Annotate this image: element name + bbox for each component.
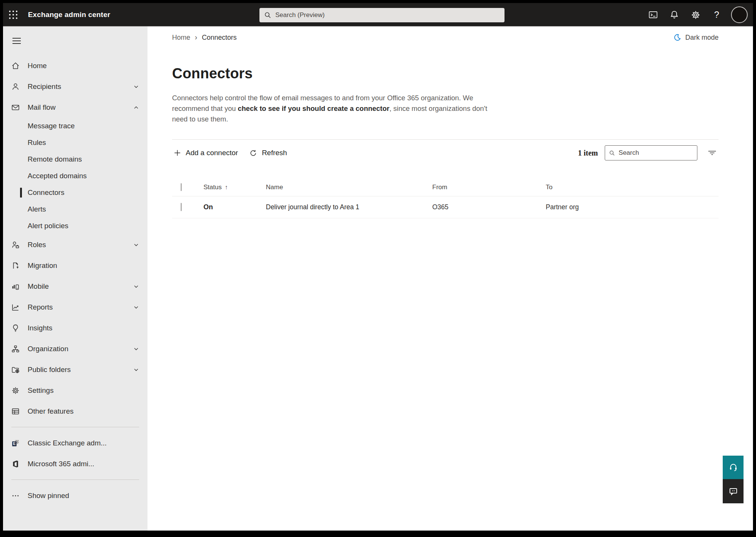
global-search-box[interactable]	[259, 8, 505, 22]
terminal-icon	[648, 10, 658, 20]
table-row[interactable]: On Deliver journal directly to Area 1 O3…	[172, 196, 719, 218]
sidebar-item-label: Settings	[28, 386, 54, 395]
sidebar-item-mobile[interactable]: Mobile	[3, 276, 147, 297]
app-title: Exchange admin center	[28, 11, 110, 19]
sidebar-item-other-features[interactable]: Other features	[3, 401, 147, 422]
sidebar-item-settings[interactable]: Settings	[3, 380, 147, 401]
screenshot-frame: Exchange admin center	[0, 0, 756, 537]
sidebar-item-reports[interactable]: Reports	[3, 297, 147, 318]
help-icon: ?	[714, 9, 719, 20]
sidebar-item-alerts[interactable]: Alerts	[3, 201, 147, 218]
org-chart-icon	[11, 344, 20, 354]
topbar-actions: ?	[644, 3, 748, 26]
sidebar-item-label: Other features	[28, 407, 73, 416]
moon-icon	[673, 33, 681, 42]
dark-mode-toggle[interactable]: Dark mode	[673, 33, 719, 42]
connector-name-cell[interactable]: Deliver journal directly to Area 1	[266, 203, 432, 211]
search-icon	[609, 149, 615, 157]
chevron-down-icon	[133, 367, 139, 373]
sidebar-item-recipients[interactable]: Recipients	[3, 76, 147, 97]
global-search-input[interactable]	[275, 11, 500, 19]
home-icon	[11, 61, 20, 71]
column-header-to[interactable]: To	[546, 184, 719, 191]
top-app-bar: Exchange admin center	[3, 3, 753, 26]
column-header-from[interactable]: From	[432, 184, 546, 191]
refresh-button[interactable]: Refresh	[248, 146, 289, 159]
toolbar-divider	[172, 139, 719, 140]
filter-button[interactable]	[706, 146, 719, 159]
chevron-down-icon	[133, 242, 139, 248]
support-button[interactable]	[723, 456, 744, 479]
breadcrumb: Home › Connectors	[172, 33, 237, 42]
list-toolbar: Add a connector Refresh 1 item	[172, 144, 719, 162]
sidebar-item-public-folders[interactable]: Public folders	[3, 359, 147, 380]
breadcrumb-home-link[interactable]: Home	[172, 34, 190, 42]
mail-icon	[11, 103, 20, 112]
sidebar-item-remote-domains[interactable]: Remote domains	[3, 151, 147, 168]
create-connector-check-link[interactable]: check to see if you should create a conn…	[238, 104, 390, 112]
help-button[interactable]: ?	[708, 6, 726, 24]
sidebar-item-label: Message trace	[28, 122, 75, 130]
sidebar-item-show-pinned[interactable]: Show pinned	[3, 485, 147, 506]
row-checkbox[interactable]	[181, 203, 182, 211]
column-header-name[interactable]: Name	[266, 184, 432, 191]
dark-mode-label: Dark mode	[685, 34, 719, 42]
sidebar-item-home[interactable]: Home	[3, 55, 147, 76]
sidebar-item-classic-exchange-admin[interactable]: E Classic Exchange adm...	[3, 433, 147, 453]
feedback-bubble-icon	[728, 486, 739, 497]
sidebar-item-roles[interactable]: Roles	[3, 234, 147, 255]
sidebar-item-label: Home	[28, 62, 47, 70]
line-chart-icon	[11, 302, 20, 312]
breadcrumb-current: Connectors	[202, 34, 237, 42]
row-select-cell	[172, 203, 203, 211]
select-all-cell	[172, 184, 203, 191]
sidebar-item-label: Roles	[28, 241, 46, 249]
list-search-input[interactable]	[619, 149, 693, 157]
sidebar-item-accepted-domains[interactable]: Accepted domains	[3, 168, 147, 184]
sidebar-item-rules[interactable]: Rules	[3, 134, 147, 151]
sidebar-item-label: Organization	[28, 345, 68, 353]
sidebar-item-mail-flow[interactable]: Mail flow	[3, 97, 147, 118]
sidebar-item-migration[interactable]: Migration	[3, 255, 147, 276]
document-arrow-icon	[11, 261, 20, 271]
gear-icon	[11, 386, 20, 395]
exchange-admin-center-window: Exchange admin center	[3, 3, 753, 531]
folder-globe-icon	[11, 365, 20, 375]
settings-topbar-button[interactable]	[686, 6, 705, 24]
hamburger-icon	[12, 37, 21, 44]
sidebar-item-connectors[interactable]: Connectors	[3, 184, 147, 201]
refresh-icon	[249, 149, 257, 157]
feedback-button[interactable]	[723, 479, 744, 503]
notifications-button[interactable]	[665, 6, 683, 24]
sidebar-item-label: Classic Exchange adm...	[28, 439, 107, 447]
sidebar-item-microsoft-365-admin[interactable]: Microsoft 365 admi...	[3, 453, 147, 474]
refresh-label: Refresh	[262, 149, 287, 157]
add-connector-button[interactable]: Add a connector	[172, 146, 239, 159]
account-avatar[interactable]	[731, 6, 748, 23]
microsoft-365-logo-icon	[11, 459, 20, 469]
sidebar-item-insights[interactable]: Insights	[3, 318, 147, 338]
sidebar-item-label: Accepted domains	[28, 172, 87, 180]
select-all-checkbox[interactable]	[181, 183, 182, 191]
sidebar-item-label: Recipients	[28, 82, 61, 91]
main-content: Home › Connectors Dark mode Connectors C…	[147, 26, 753, 531]
sidebar-divider	[11, 427, 139, 427]
sidebar-item-label: Mobile	[28, 282, 49, 291]
list-search-box[interactable]	[605, 145, 697, 160]
sidebar-item-label: Remote domains	[28, 155, 82, 163]
powershell-button[interactable]	[644, 6, 662, 24]
sidebar-item-label: Microsoft 365 admi...	[28, 460, 94, 468]
app-launcher-button[interactable]	[3, 3, 23, 26]
nav-collapse-button[interactable]	[8, 33, 25, 48]
sidebar-item-organization[interactable]: Organization	[3, 338, 147, 359]
column-header-label: Status	[203, 184, 222, 191]
column-header-status[interactable]: Status ↑	[203, 184, 266, 191]
sidebar-item-label: Public folders	[28, 366, 71, 374]
sidebar-item-message-trace[interactable]: Message trace	[3, 118, 147, 134]
chevron-down-icon	[133, 346, 139, 352]
breadcrumb-separator: ›	[195, 33, 197, 42]
nav-list: Home Recipients Mail flow	[3, 55, 147, 506]
sidebar-item-alert-policies[interactable]: Alert policies	[3, 218, 147, 234]
page-description: Connectors help control the flow of emai…	[172, 93, 492, 125]
table-grid-icon	[11, 406, 20, 416]
